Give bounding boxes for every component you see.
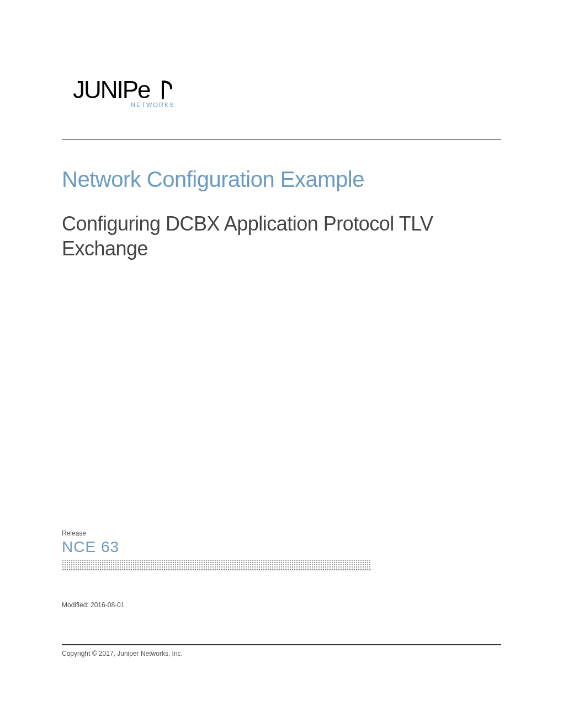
top-divider: [62, 139, 501, 140]
document-title: Configuring DCBX Application Protocol TL…: [62, 211, 501, 261]
logo: JUNIPe NETWORKS: [73, 77, 501, 111]
release-version: NCE 63: [62, 538, 371, 556]
svg-text:NETWORKS: NETWORKS: [131, 101, 175, 108]
category-title: Network Configuration Example: [62, 167, 501, 192]
release-label: Release: [62, 529, 371, 537]
modified-date: Modified: 2016-08-01: [62, 601, 124, 609]
release-block: Release NCE 63: [62, 529, 371, 570]
footer-divider: [62, 644, 501, 645]
svg-text:JUNIPe: JUNIPe: [73, 77, 150, 103]
document-page: JUNIPe NETWORKS Network Configuration Ex…: [0, 0, 563, 728]
copyright-notice: Copyright © 2017, Juniper Networks, Inc.: [62, 650, 183, 657]
dotted-decoration: [62, 559, 371, 570]
juniper-logo-icon: JUNIPe NETWORKS: [73, 77, 178, 109]
